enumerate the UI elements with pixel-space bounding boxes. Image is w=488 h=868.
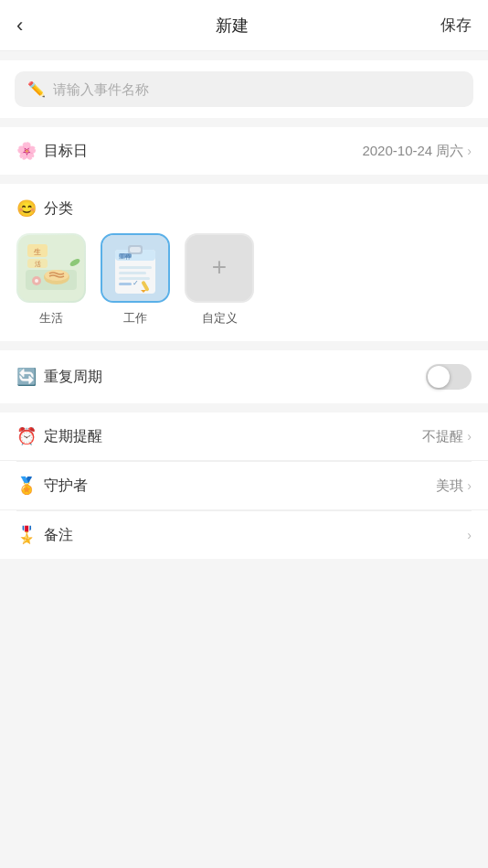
guardian-left: 🏅 守护者 (16, 476, 88, 496)
repeat-section: 🔄 重复周期 (0, 350, 488, 403)
category-icon: 😊 (16, 198, 37, 219)
reminder-label: 定期提醒 (44, 427, 102, 446)
svg-rect-15 (130, 247, 141, 252)
target-date-row[interactable]: 🌸 目标日 2020-10-24 周六 › (0, 127, 488, 175)
input-section: ✏️ (0, 60, 488, 118)
target-date-right: 2020-10-24 周六 › (362, 143, 472, 160)
svg-rect-0 (18, 235, 84, 301)
target-date-chevron: › (467, 144, 472, 158)
work-card-svg: 工作 ✓ (102, 235, 168, 301)
category-section: 😊 分类 生 活 (0, 184, 488, 341)
category-card-custom: + (185, 233, 254, 303)
svg-text:工作: 工作 (119, 253, 132, 260)
reminder-left: ⏰ 定期提醒 (16, 426, 102, 446)
reminder-chevron: › (467, 429, 472, 444)
category-life-label: 生活 (39, 310, 63, 327)
reminder-value: 不提醒 (422, 428, 463, 445)
event-name-input[interactable] (53, 81, 461, 97)
svg-text:生: 生 (34, 248, 41, 256)
category-card-work: 工作 ✓ (101, 233, 170, 303)
category-items: 生 活 生活 (16, 233, 472, 327)
target-date-left: 🌸 目标日 (16, 141, 88, 161)
category-title: 分类 (44, 199, 73, 219)
guardian-row[interactable]: 🏅 守护者 美琪 › (0, 462, 488, 510)
guardian-label: 守护者 (44, 477, 88, 496)
repeat-icon: 🔄 (16, 367, 37, 387)
repeat-row: 🔄 重复周期 (0, 350, 488, 403)
category-work[interactable]: 工作 ✓ 工作 (101, 233, 170, 327)
repeat-toggle[interactable] (426, 364, 472, 390)
category-custom[interactable]: + 自定义 (185, 233, 254, 327)
header: ‹ 新建 保存 (0, 0, 488, 51)
guardian-right: 美琪 › (436, 477, 472, 495)
repeat-left: 🔄 重复周期 (16, 367, 102, 387)
category-header: 😊 分类 (16, 198, 472, 219)
reminder-right: 不提醒 › (422, 428, 472, 445)
target-date-value: 2020-10-24 周六 (362, 143, 463, 160)
notes-label: 备注 (44, 526, 73, 545)
guardian-icon: 🏅 (16, 476, 37, 496)
page-title: 新建 (216, 15, 249, 37)
back-button[interactable]: ‹ (16, 10, 30, 41)
repeat-label: 重复周期 (44, 368, 102, 387)
guardian-chevron: › (467, 478, 472, 493)
event-input-wrapper[interactable]: ✏️ (15, 71, 473, 107)
category-custom-label: 自定义 (202, 310, 238, 327)
reminder-row[interactable]: ⏰ 定期提醒 不提醒 › (0, 413, 488, 461)
svg-rect-19 (119, 272, 146, 274)
category-life[interactable]: 生 活 生活 (16, 233, 86, 327)
reminder-icon: ⏰ (16, 426, 37, 446)
target-date-section: 🌸 目标日 2020-10-24 周六 › (0, 127, 488, 175)
custom-card-svg: + (186, 235, 252, 301)
pencil-icon: ✏️ (27, 80, 46, 98)
target-date-label: 目标日 (44, 142, 88, 161)
notes-left: 🎖️ 备注 (16, 525, 73, 545)
notes-right: › (467, 528, 472, 542)
notes-chevron: › (467, 528, 472, 542)
svg-text:活: 活 (35, 261, 41, 267)
life-card-svg: 生 活 (18, 235, 84, 301)
notes-row[interactable]: 🎖️ 备注 › (0, 511, 488, 559)
svg-rect-18 (119, 266, 152, 269)
category-work-label: 工作 (123, 310, 147, 327)
save-button[interactable]: 保存 (433, 11, 472, 39)
category-card-life: 生 活 (16, 233, 86, 303)
guardian-value: 美琪 (436, 477, 463, 495)
svg-point-9 (35, 279, 38, 283)
notes-icon: 🎖️ (16, 525, 37, 545)
other-sections: ⏰ 定期提醒 不提醒 › 🏅 守护者 美琪 › 🎖️ 备注 › (0, 413, 488, 559)
svg-text:✓: ✓ (133, 279, 139, 287)
toggle-knob (428, 366, 450, 388)
svg-rect-21 (119, 283, 132, 285)
svg-point-7 (45, 270, 69, 281)
target-date-icon: 🌸 (16, 141, 37, 161)
svg-text:+: + (212, 252, 227, 281)
